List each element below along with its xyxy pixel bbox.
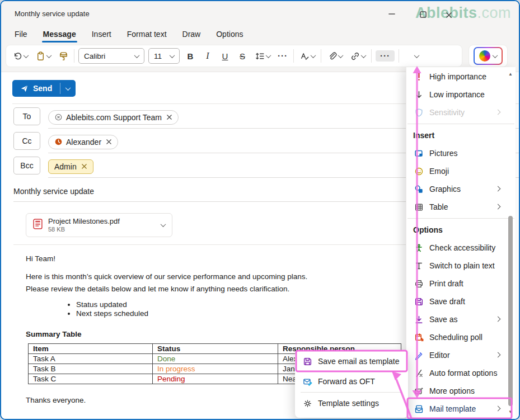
- send-split-button[interactable]: Send: [12, 80, 76, 97]
- cc-button[interactable]: Cc: [13, 132, 40, 150]
- menu-section-insert: Insert: [406, 126, 516, 144]
- attach-file-button[interactable]: [325, 49, 344, 63]
- copilot-chevron-icon: [493, 53, 498, 58]
- print-icon: [413, 279, 424, 289]
- menu-item-pictures[interactable]: Pictures: [406, 144, 516, 162]
- menu-item-table[interactable]: Table: [406, 198, 516, 216]
- submenu-chevron-icon: [495, 110, 501, 115]
- submenu-chevron-icon: [495, 204, 501, 210]
- styles-button[interactable]: [298, 49, 317, 63]
- remove-recipient-icon[interactable]: [81, 163, 87, 169]
- remove-recipient-icon[interactable]: [106, 139, 112, 145]
- insert-link-button[interactable]: [348, 49, 367, 63]
- menu-item-emoji[interactable]: Emoji: [406, 162, 516, 180]
- menu-item-editor[interactable]: Editor: [406, 346, 516, 364]
- paste-dropdown-chevron-icon[interactable]: [46, 53, 52, 58]
- menu-item-print-draft[interactable]: Print draft: [406, 275, 516, 292]
- tab-file[interactable]: File: [15, 30, 27, 39]
- low-importance-icon: [413, 89, 424, 100]
- remove-recipient-icon[interactable]: [166, 114, 172, 120]
- menu-item-auto-format[interactable]: Auto format options: [406, 364, 516, 382]
- tab-format-text[interactable]: Format text: [127, 30, 167, 39]
- menu-section-options: Options: [406, 221, 516, 239]
- restore-icon[interactable]: [418, 10, 428, 20]
- collapsed-group-chevron-icon: [414, 53, 420, 58]
- menu-item-save-draft[interactable]: Save draft: [406, 292, 516, 310]
- menu-item-save-as[interactable]: Save as: [406, 310, 516, 328]
- save-as-icon: [413, 314, 424, 324]
- undo-dropdown-chevron-icon[interactable]: [24, 53, 29, 58]
- menu-item-scheduling-poll[interactable]: Scheduling poll: [406, 328, 516, 346]
- tab-message[interactable]: Message: [43, 30, 76, 39]
- submenu-item-forward-as-oft[interactable]: Forward as OFT: [295, 371, 408, 391]
- submenu-item-template-settings[interactable]: Template settings: [295, 393, 408, 413]
- menu-item-sensitivity: Sensitivity: [406, 103, 516, 121]
- copilot-icon: [479, 50, 490, 62]
- toolbar-divider: [371, 49, 372, 63]
- attachment-card[interactable]: Project Milestones.pdf 58 KB: [26, 213, 172, 237]
- font-name-select[interactable]: Calibri: [78, 48, 144, 64]
- link-chevron-icon[interactable]: [361, 53, 367, 58]
- scroll-down-icon[interactable]: ▼: [508, 409, 513, 414]
- more-formatting-button[interactable]: ···: [276, 51, 289, 60]
- forward-oft-icon: [302, 376, 313, 386]
- strikethrough-button[interactable]: S: [236, 50, 249, 63]
- bcc-button[interactable]: Bcc: [13, 157, 40, 174]
- submenu-chevron-icon: [495, 406, 501, 412]
- menu-item-check-accessibility[interactable]: Check accessibility: [406, 239, 516, 257]
- undo-button[interactable]: [11, 49, 30, 63]
- recipient-chip[interactable]: Alexander: [48, 135, 118, 149]
- italic-button[interactable]: I: [201, 49, 214, 63]
- menu-item-graphics[interactable]: Graphics: [406, 180, 516, 198]
- recipient-chip[interactable]: Ablebits.com Support Team: [48, 110, 179, 125]
- auto-format-icon: [413, 368, 424, 378]
- scroll-up-icon[interactable]: ▲: [508, 72, 513, 77]
- to-button[interactable]: To: [13, 107, 40, 125]
- underline-button[interactable]: U: [218, 50, 232, 63]
- send-options-chevron[interactable]: [60, 80, 76, 97]
- paste-button[interactable]: [34, 49, 53, 63]
- plain-text-icon: [413, 261, 424, 271]
- submenu-item-save-email-as-template[interactable]: Save email as template: [295, 351, 408, 371]
- menu-item-low-importance[interactable]: Low importance: [406, 86, 516, 103]
- line-spacing-button[interactable]: [253, 49, 272, 63]
- submenu-divider: [301, 392, 402, 393]
- tab-options[interactable]: Options: [216, 30, 243, 39]
- font-size-select[interactable]: 11: [148, 48, 180, 64]
- recipient-chip[interactable]: Admin: [48, 159, 93, 174]
- copilot-container: [469, 45, 508, 67]
- line-spacing-chevron-icon[interactable]: [266, 53, 271, 58]
- attach-chevron-icon[interactable]: [338, 53, 344, 58]
- tab-insert[interactable]: Insert: [92, 30, 111, 39]
- group-presence-icon: [54, 113, 63, 121]
- more-options-button[interactable]: ···: [376, 50, 395, 62]
- attachment-chevron-icon[interactable]: [161, 221, 166, 227]
- styles-chevron-icon[interactable]: [311, 53, 316, 58]
- save-icon: [413, 296, 424, 306]
- bold-button[interactable]: B: [184, 50, 197, 63]
- table-icon: [413, 202, 424, 212]
- collapsed-group-button[interactable]: [413, 53, 420, 60]
- menu-item-switch-plain-text[interactable]: Switch to plain text: [406, 257, 516, 275]
- menu-item-mail-template[interactable]: Mail template: [406, 400, 516, 418]
- sensitivity-icon: [413, 107, 424, 117]
- col-header-status: Status: [153, 344, 278, 354]
- link-icon: [350, 51, 360, 61]
- toolbar-divider: [399, 49, 399, 63]
- menu-item-high-importance[interactable]: High importance: [406, 68, 516, 86]
- paste-icon: [35, 51, 45, 61]
- send-button[interactable]: Send: [12, 80, 60, 97]
- menu-item-more-options[interactable]: More options: [406, 382, 516, 400]
- attachment-meta: Project Milestones.pdf 58 KB: [48, 218, 156, 233]
- styles-icon: [299, 51, 310, 61]
- scrollbar-thumb[interactable]: [508, 216, 513, 406]
- copilot-button[interactable]: [474, 47, 503, 65]
- template-settings-icon: [302, 398, 313, 408]
- close-icon[interactable]: [444, 10, 454, 20]
- window-controls: [441, 8, 508, 21]
- menu-scrollbar[interactable]: ▲ ▼: [507, 69, 514, 417]
- minimize-icon[interactable]: [387, 9, 397, 19]
- tab-draw[interactable]: Draw: [182, 30, 201, 39]
- format-painter-button[interactable]: [57, 49, 70, 63]
- editor-icon: [413, 350, 424, 360]
